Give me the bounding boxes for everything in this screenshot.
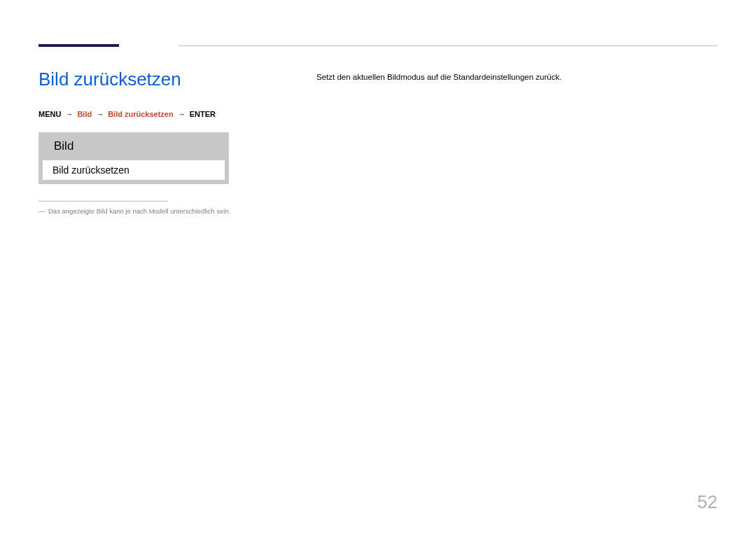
- on-screen-menu-mock: Bild Bild zurücksetzen: [38, 132, 229, 184]
- footnote-divider: [38, 201, 168, 202]
- arrow-icon: →: [65, 110, 73, 118]
- page-title: Bild zurücksetzen: [38, 69, 290, 90]
- description-text: Setzt den aktuellen Bildmodus auf die St…: [316, 71, 718, 83]
- footnote: ―Das angezeigte Bild kann je nach Modell…: [38, 207, 290, 215]
- arrow-icon: →: [178, 110, 186, 118]
- breadcrumb-crumb-1: Bild: [77, 110, 92, 118]
- menu-mock-item: Bild zurücksetzen: [43, 160, 225, 180]
- accent-bar: [38, 44, 119, 47]
- footnote-text: Das angezeigte Bild kann je nach Modell …: [48, 207, 230, 215]
- breadcrumb: MENU → Bild → Bild zurücksetzen → ENTER: [38, 110, 290, 118]
- right-column: Setzt den aktuellen Bildmodus auf die St…: [316, 71, 718, 83]
- page-number: 52: [697, 491, 718, 513]
- page-container: Bild zurücksetzen MENU → Bild → Bild zur…: [0, 0, 756, 44]
- breadcrumb-menu: MENU: [38, 110, 61, 118]
- menu-mock-title: Bild: [38, 132, 229, 160]
- top-divider: [178, 45, 718, 46]
- breadcrumb-crumb-2: Bild zurücksetzen: [108, 110, 174, 118]
- left-column: Bild zurücksetzen MENU → Bild → Bild zur…: [38, 69, 290, 215]
- arrow-icon: →: [96, 110, 104, 118]
- breadcrumb-enter: ENTER: [190, 110, 216, 118]
- footnote-marker: ―: [38, 207, 48, 215]
